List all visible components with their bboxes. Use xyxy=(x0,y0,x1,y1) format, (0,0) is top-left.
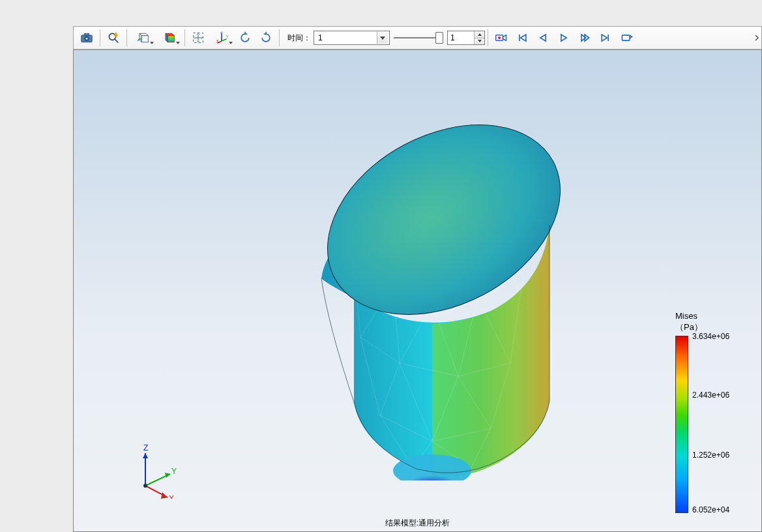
wireframe-cube-button[interactable] xyxy=(130,27,156,48)
svg-point-41 xyxy=(143,484,147,488)
svg-text:Y: Y xyxy=(226,35,228,38)
record-animation-button[interactable] xyxy=(491,27,512,48)
svg-line-5 xyxy=(115,39,118,42)
viewport-title: 结果模型:通用分析 xyxy=(74,518,761,529)
time-slider[interactable] xyxy=(394,32,443,44)
fit-view-button[interactable] xyxy=(188,27,209,48)
svg-marker-40 xyxy=(161,492,168,499)
svg-marker-38 xyxy=(165,473,170,478)
toolbar-overflow-button[interactable] xyxy=(753,26,762,50)
fea-model-render xyxy=(263,89,589,480)
legend-title: Mises xyxy=(675,311,697,321)
prev-frame-button[interactable] xyxy=(533,27,553,48)
dropdown-arrow-icon[interactable] xyxy=(377,32,388,44)
svg-marker-11 xyxy=(168,36,174,42)
svg-marker-36 xyxy=(143,453,148,458)
svg-marker-8 xyxy=(141,36,148,42)
spinner-down-icon[interactable] xyxy=(475,38,484,45)
next-frame-button[interactable] xyxy=(574,27,595,48)
frame-spinner-input[interactable] xyxy=(448,31,474,44)
left-gutter xyxy=(0,0,73,532)
time-select-input[interactable] xyxy=(315,33,377,42)
legend-tick: 6.052e+04 xyxy=(692,505,729,514)
rotate-cw-button[interactable] xyxy=(235,27,256,48)
svg-marker-30 xyxy=(602,35,607,41)
axis-triad: Z Y X xyxy=(132,440,191,499)
slider-thumb[interactable] xyxy=(435,32,443,44)
loop-button[interactable] xyxy=(616,27,637,48)
first-frame-button[interactable] xyxy=(512,27,533,48)
play-button[interactable] xyxy=(553,27,574,48)
svg-line-17 xyxy=(222,39,227,41)
time-select[interactable] xyxy=(314,31,390,45)
zoom-reset-button[interactable] xyxy=(103,27,124,48)
camera-snapshot-button[interactable] xyxy=(76,27,97,48)
svg-marker-27 xyxy=(561,35,566,41)
axis-z-label: Z xyxy=(143,443,148,452)
colormap-cube-button[interactable] xyxy=(156,27,182,48)
last-frame-button[interactable] xyxy=(595,27,616,48)
svg-rect-32 xyxy=(622,35,630,40)
legend-tick: 2.443e+06 xyxy=(692,391,729,400)
axes-orientation-button[interactable]: Z Y X xyxy=(209,27,235,48)
spinner-up-icon[interactable] xyxy=(475,31,484,38)
legend-ticks: 3.634e+06 2.443e+06 1.252e+06 6.052e+04 xyxy=(692,336,754,513)
results-toolbar: Z Y X 时间： xyxy=(73,26,762,50)
svg-text:Z: Z xyxy=(220,31,223,34)
svg-marker-25 xyxy=(521,35,526,41)
frame-spinner[interactable] xyxy=(447,31,485,45)
time-label: 时间： xyxy=(287,33,311,44)
3d-viewport[interactable]: Z Y X Mises （Pa） 3.634e+06 2.443e+06 xyxy=(73,50,762,532)
svg-rect-1 xyxy=(85,33,89,35)
svg-text:X: X xyxy=(216,39,219,43)
legend-unit: （Pa） xyxy=(675,322,703,332)
svg-point-3 xyxy=(86,38,88,40)
legend-color-bar xyxy=(675,336,688,513)
axis-x-label: X xyxy=(169,494,174,499)
legend-tick: 3.634e+06 xyxy=(692,332,729,341)
axis-y-label: Y xyxy=(171,467,177,476)
rotate-ccw-button[interactable] xyxy=(256,27,276,48)
svg-point-23 xyxy=(498,37,501,39)
color-legend: Mises （Pa） 3.634e+06 2.443e+06 1.252e+06… xyxy=(675,311,754,513)
svg-marker-26 xyxy=(540,35,546,41)
legend-tick: 1.252e+06 xyxy=(692,451,729,460)
